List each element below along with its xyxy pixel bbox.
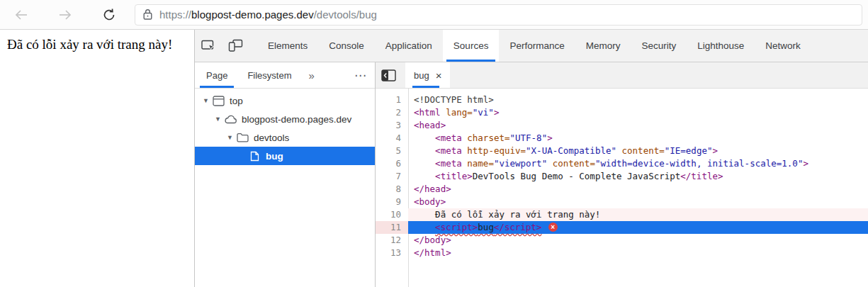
line-content: <meta charset="UTF-8"> (408, 132, 868, 145)
close-tab-icon[interactable]: × (436, 69, 442, 81)
devtools-tab-performance[interactable]: Performance (499, 30, 575, 62)
sidebar-menu-icon[interactable]: ⋯ (354, 68, 366, 83)
forward-icon[interactable] (51, 3, 79, 27)
error-icon[interactable]: × (548, 223, 558, 232)
tree-item-devtools[interactable]: ▼devtools (195, 128, 375, 147)
line-content: </head> (408, 183, 868, 196)
tree-item-label: top (230, 96, 243, 106)
editor-tab-label: bug (414, 70, 429, 81)
tree-item-label: devtools (254, 133, 289, 143)
code-line-10[interactable]: 10 Đã có lỗi xảy ra với trang này! (376, 208, 868, 221)
editor-tab-bug[interactable]: bug × (405, 62, 450, 88)
line-number: 7 (376, 170, 408, 183)
line-number: 1 (376, 94, 408, 106)
more-tabs-icon[interactable]: » (302, 69, 322, 81)
url-path: /devtools/bug (314, 9, 377, 21)
line-content: <meta name="viewport" content="width=dev… (408, 157, 868, 170)
back-icon[interactable] (7, 3, 35, 27)
url-text: https://blogpost-demo.pages.dev/devtools… (159, 9, 377, 21)
file-tree: ▼top▼blogpost-demo.pages.dev▼devtoolsbug (195, 89, 375, 165)
code-line-12[interactable]: 12</body> (376, 234, 868, 247)
code-line-11[interactable]: 11 <script>bug</script>× (376, 221, 868, 234)
devtools-tab-network[interactable]: Network (755, 30, 811, 62)
file-icon (247, 151, 261, 162)
line-number: 4 (376, 132, 408, 145)
code-editor[interactable]: 1<!DOCTYPE html>2<html lang="vi">3<head>… (376, 89, 868, 287)
editor-tab-bar: bug × (376, 62, 868, 89)
code-line-6[interactable]: 6 <meta name="viewport" content="width=d… (376, 157, 868, 170)
line-number: 9 (376, 196, 408, 208)
sidebar-tab-bar: Page Filesystem » ⋯ (195, 62, 375, 89)
devtools-tab-memory[interactable]: Memory (575, 30, 631, 62)
line-number: 3 (376, 119, 408, 132)
code-line-2[interactable]: 2<html lang="vi"> (376, 106, 868, 119)
line-content: <meta http-equiv="X-UA-Compatible" conte… (408, 145, 868, 157)
browser-toolbar: https://blogpost-demo.pages.dev/devtools… (0, 0, 868, 30)
line-content: </body> (408, 234, 868, 247)
tree-item-bug[interactable]: bug (195, 147, 375, 165)
web-page-viewport: Đã có lỗi xảy ra với trang này! (0, 30, 195, 287)
page-error-text: Đã có lỗi xảy ra với trang này! (7, 37, 187, 52)
hide-navigator-icon[interactable] (376, 62, 401, 88)
line-content: <title>DevTools Bug Demo - Complete Java… (408, 170, 868, 183)
devtools-tab-console[interactable]: Console (318, 30, 375, 62)
expand-arrow-icon[interactable]: ▼ (225, 134, 235, 141)
expand-arrow-icon[interactable]: ▼ (201, 97, 211, 104)
devtools-tab-lighthouse[interactable]: Lighthouse (687, 30, 755, 62)
devtools-toolbar: ElementsConsoleApplicationSourcesPerform… (195, 30, 868, 62)
code-line-13[interactable]: 13</html> (376, 247, 868, 259)
devtools-tab-application[interactable]: Application (375, 30, 443, 62)
tree-item-blogpost-demo-pages-dev[interactable]: ▼blogpost-demo.pages.dev (195, 110, 375, 128)
folder-icon (235, 133, 249, 142)
device-toolbar-icon[interactable] (222, 30, 249, 62)
inspect-element-icon[interactable] (195, 30, 222, 62)
expand-arrow-icon[interactable]: ▼ (213, 116, 223, 123)
line-content: <!DOCTYPE html> (408, 94, 868, 106)
devtools-panel: ElementsConsoleApplicationSourcesPerform… (195, 30, 868, 287)
line-content: Đã có lỗi xảy ra với trang này! (408, 208, 868, 221)
code-line-9[interactable]: 9<body> (376, 196, 868, 208)
code-line-4[interactable]: 4 <meta charset="UTF-8"> (376, 132, 868, 145)
code-line-8[interactable]: 8</head> (376, 183, 868, 196)
line-number: 6 (376, 157, 408, 170)
url-host: blogpost-demo.pages.dev (191, 9, 314, 21)
line-number: 10 (376, 208, 408, 221)
code-line-1[interactable]: 1<!DOCTYPE html> (376, 94, 868, 106)
line-number: 11 (376, 221, 408, 234)
line-content: <script>bug</script>× (408, 221, 868, 234)
line-content: <body> (408, 196, 868, 208)
tree-item-label: blogpost-demo.pages.dev (242, 114, 351, 125)
line-number: 5 (376, 145, 408, 157)
devtools-tab-security[interactable]: Security (631, 30, 687, 62)
cloud-icon (223, 115, 237, 124)
line-number: 2 (376, 106, 408, 119)
source-editor: bug × 1<!DOCTYPE html>2<html lang="vi">3… (376, 62, 868, 287)
tab-page[interactable]: Page (196, 62, 237, 88)
line-number: 13 (376, 247, 408, 259)
tree-item-top[interactable]: ▼top (195, 91, 375, 110)
devtools-tab-sources[interactable]: Sources (443, 30, 500, 62)
tab-filesystem[interactable]: Filesystem (237, 62, 301, 88)
lock-icon[interactable] (142, 9, 153, 21)
code-line-5[interactable]: 5 <meta http-equiv="X-UA-Compatible" con… (376, 145, 868, 157)
tree-item-label: bug (266, 151, 283, 162)
sources-sidebar: Page Filesystem » ⋯ ▼top▼blogpost-demo.p… (195, 62, 376, 287)
devtools-tab-bar: ElementsConsoleApplicationSourcesPerform… (257, 30, 811, 62)
line-number: 12 (376, 234, 408, 247)
code-line-7[interactable]: 7 <title>DevTools Bug Demo - Complete Ja… (376, 170, 868, 183)
reload-icon[interactable] (95, 3, 123, 27)
line-number: 8 (376, 183, 408, 196)
line-content: <html lang="vi"> (408, 106, 868, 119)
url-scheme: https:// (159, 9, 191, 21)
frame-icon (211, 96, 225, 106)
line-content: </html> (408, 247, 868, 259)
code-line-3[interactable]: 3<head> (376, 119, 868, 132)
devtools-tab-elements[interactable]: Elements (257, 30, 318, 62)
line-content: <head> (408, 119, 868, 132)
address-bar[interactable]: https://blogpost-demo.pages.dev/devtools… (135, 4, 862, 26)
